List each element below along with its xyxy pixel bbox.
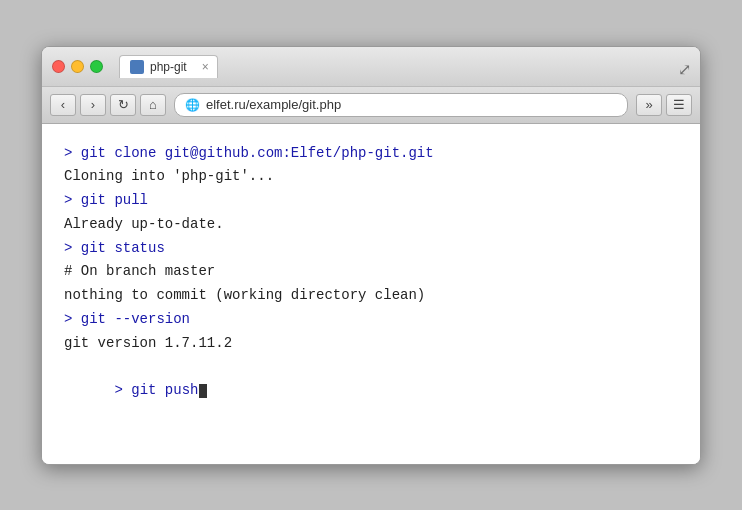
tab-title: php-git bbox=[150, 60, 187, 74]
address-globe-icon: 🌐 bbox=[185, 98, 200, 112]
line-2: Cloning into 'php-git'... bbox=[64, 165, 678, 189]
resize-icon: ⤢ bbox=[678, 60, 690, 72]
active-tab[interactable]: php-git × bbox=[119, 55, 218, 78]
line-4: Already up-to-date. bbox=[64, 213, 678, 237]
cursor bbox=[199, 384, 207, 398]
address-text: elfet.ru/example/git.php bbox=[206, 97, 341, 112]
line-7: nothing to commit (working directory cle… bbox=[64, 284, 678, 308]
tab-bar: php-git × bbox=[119, 55, 670, 78]
home-button[interactable]: ⌂ bbox=[140, 94, 166, 116]
tab-favicon-icon bbox=[130, 60, 144, 74]
browser-window: php-git × ⤢ ‹ › ↻ ⌂ 🌐 elfet.ru/example/g… bbox=[41, 46, 701, 465]
reload-button[interactable]: ↻ bbox=[110, 94, 136, 116]
last-cmd-text: > git push bbox=[114, 382, 198, 398]
terminal-content: > git clone git@github.com:Elfet/php-git… bbox=[42, 124, 700, 464]
close-button[interactable] bbox=[52, 60, 65, 73]
line-8: > git --version bbox=[64, 308, 678, 332]
nav-extra-buttons: » ☰ bbox=[636, 94, 692, 116]
forward-button[interactable]: › bbox=[80, 94, 106, 116]
minimize-button[interactable] bbox=[71, 60, 84, 73]
back-button[interactable]: ‹ bbox=[50, 94, 76, 116]
address-bar[interactable]: 🌐 elfet.ru/example/git.php bbox=[174, 93, 628, 117]
title-bar: php-git × ⤢ bbox=[42, 47, 700, 87]
line-5: > git status bbox=[64, 237, 678, 261]
maximize-button[interactable] bbox=[90, 60, 103, 73]
tab-close-icon[interactable]: × bbox=[202, 60, 209, 74]
line-1: > git clone git@github.com:Elfet/php-git… bbox=[64, 142, 678, 166]
more-button[interactable]: » bbox=[636, 94, 662, 116]
tools-button[interactable]: ☰ bbox=[666, 94, 692, 116]
nav-bar: ‹ › ↻ ⌂ 🌐 elfet.ru/example/git.php » ☰ bbox=[42, 87, 700, 124]
line-3: > git pull bbox=[64, 189, 678, 213]
traffic-lights bbox=[52, 60, 103, 73]
line-6: # On branch master bbox=[64, 260, 678, 284]
line-10: > git push bbox=[64, 356, 678, 427]
line-9: git version 1.7.11.2 bbox=[64, 332, 678, 356]
